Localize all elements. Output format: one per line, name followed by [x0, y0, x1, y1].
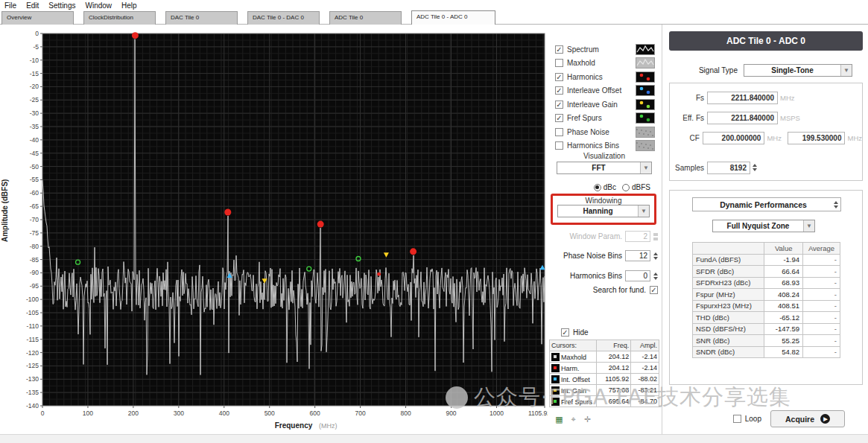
perf-cell: 66.64	[764, 266, 803, 278]
search-for-fund-row: Search for fund. ✓	[548, 286, 658, 294]
x-tick-label: 1105.92	[528, 409, 548, 417]
spectrum-legend-icon	[636, 44, 655, 55]
interleave-gain-checkbox[interactable]: ✓	[555, 101, 563, 109]
harmonics-checkbox[interactable]: ✓	[555, 73, 563, 81]
search-for-fund-checkbox[interactable]: ✓	[650, 286, 658, 294]
windowing-highlight-annotation: Windowing Hanning ▼	[551, 194, 656, 225]
perf-cell: FspurxH23 (MHz)	[693, 300, 764, 312]
y-tick-label: -135	[26, 389, 39, 396]
x-tick-label: 600	[310, 409, 320, 417]
phase-noise-bins-stepper[interactable]	[653, 252, 658, 260]
spectrum-checkbox[interactable]: ✓	[555, 45, 563, 54]
y-tick-label: -30	[30, 109, 39, 117]
unit-radio-group: dBc dBFS	[548, 183, 661, 191]
performances-selector-stepper[interactable]	[834, 201, 838, 208]
x-tick-label: 100	[83, 409, 93, 417]
chevron-down-icon: ▼	[638, 205, 649, 217]
perf-row-fspur-mhz-: Fspur (MHz)408.24-	[693, 289, 840, 301]
visualization-value: FFT	[557, 162, 640, 173]
tab-clockdistribution[interactable]: ClockDistribution	[83, 11, 156, 25]
menu-item-file[interactable]: File	[4, 1, 16, 10]
y-tick-label: -25	[30, 96, 39, 103]
nyquist-zone-select[interactable]: Full Nyquist Zone ▼	[712, 220, 815, 232]
chevron-down-icon: ▼	[840, 65, 852, 76]
tab-adc-tile-0[interactable]: ADC Tile 0	[329, 11, 402, 25]
tab-dac-tile-0-dac-0[interactable]: DAC Tile 0 - DAC 0	[247, 11, 320, 25]
tab-dac-tile-0[interactable]: DAC Tile 0	[165, 11, 238, 25]
signal-type-label: Signal Type	[699, 66, 738, 74]
y-tick-label: -100	[26, 296, 39, 303]
radio-unselected-icon	[622, 184, 630, 191]
trace-toggle-row: Phase Noise	[555, 125, 655, 139]
radio-dbc[interactable]: dBc	[594, 183, 616, 191]
window-param-input: 2	[625, 231, 650, 242]
performances-selector[interactable]: Dynamic Performances	[692, 197, 841, 211]
perf-row-sfdrxh23-dbc-: SFDRxH23 (dBc)68.93-	[693, 277, 840, 289]
perf-cell: THD (dBc)	[693, 312, 764, 324]
loop-label: Loop	[745, 415, 761, 423]
samples-stepper[interactable]	[753, 164, 757, 171]
tab-adc-tile-0-adc-0[interactable]: ADC Tile 0 - ADC 0	[411, 10, 495, 25]
fref-spurs-legend-icon	[636, 112, 655, 124]
acquire-button[interactable]: Acquire ▶	[770, 410, 845, 427]
perf-cell: -	[803, 266, 840, 278]
menu-item-settings[interactable]: Settings	[48, 1, 75, 10]
spectrum-plot-region: 010020030040050060070080090010001105.920…	[0, 25, 548, 434]
tab-overview[interactable]: Overview	[1, 11, 74, 25]
adc-panel-title: ADC Tile 0 - ADC 0	[669, 31, 863, 51]
eff-fs-label: Eff. Fs	[670, 114, 704, 122]
harmonics-bins-input[interactable]: 0	[625, 270, 650, 281]
y-axis-title: Amplitude (dBFS)	[1, 179, 9, 242]
spectrum-plot-canvas[interactable]: 010020030040050060070080090010001105.920…	[0, 25, 548, 434]
cursors-header: Ampl.	[631, 340, 659, 351]
eff-fs-input[interactable]: 2211.840000	[707, 112, 778, 124]
y-tick-label: -15	[30, 70, 39, 77]
x-tick-label: 400	[219, 409, 229, 417]
maxhold-checkbox[interactable]	[555, 59, 563, 67]
windowing-select[interactable]: Hanning ▼	[557, 205, 650, 217]
perf-cell: 55.25	[764, 335, 803, 347]
y-tick-label: -90	[30, 269, 39, 276]
menu-item-edit[interactable]: Edit	[26, 1, 39, 10]
cursor-cell: -88.02	[631, 374, 659, 385]
harmonics-bins-checkbox[interactable]	[555, 141, 563, 150]
loop-checkbox[interactable]	[733, 415, 741, 423]
cursor-cell: Maxhold	[550, 351, 597, 363]
x-tick-label: 900	[446, 409, 456, 417]
visualization-select[interactable]: FFT ▼	[557, 162, 652, 174]
pan-tool-icon[interactable]: ✛	[582, 414, 593, 424]
phase-noise-bins-input[interactable]: 12	[625, 250, 650, 261]
interleave-offset-checkbox[interactable]: ✓	[555, 86, 563, 95]
hide-checkbox[interactable]: ✓	[561, 328, 569, 337]
samples-input[interactable]: 8192	[707, 162, 750, 174]
window-param-row: Window Param. 2	[548, 231, 658, 242]
grid-tool-icon[interactable]: ▦	[554, 414, 565, 424]
main-content: 010020030040050060070080090010001105.920…	[0, 25, 868, 434]
fs-label: Fs	[670, 94, 704, 102]
phase-noise-checkbox[interactable]	[555, 128, 563, 136]
harmonics-bins-stepper[interactable]	[653, 273, 658, 280]
perf-row-snr-dbc-: SNR (dBc)55.25-	[693, 335, 840, 347]
perf-row-sfdr-dbc-: SFDR (dBc)66.64-	[693, 266, 840, 278]
perf-cell: SFDR (dBc)	[693, 266, 764, 278]
window-param-stepper	[653, 233, 658, 240]
signal-type-select[interactable]: Single-Tone ▼	[744, 64, 852, 77]
fref-spurs-checkbox[interactable]: ✓	[555, 114, 563, 122]
menu-item-help[interactable]: Help	[121, 1, 137, 10]
menu-item-window[interactable]: Window	[86, 1, 113, 10]
y-tick-label: -40	[30, 136, 39, 144]
radio-dbfs[interactable]: dBFS	[622, 183, 650, 191]
radio-selected-icon	[594, 184, 601, 191]
checkbox-label: Maxhold	[567, 59, 595, 67]
cursor-cell: 204.12	[597, 363, 631, 374]
checkbox-label: Fref Spurs	[567, 114, 602, 122]
cursors-header: Cursors:	[550, 340, 597, 351]
fs-input[interactable]: 2211.840000	[707, 92, 778, 104]
zoom-tool-icon[interactable]: ⌖	[568, 414, 579, 424]
perf-header: Value	[764, 243, 803, 255]
harmonic-minor-marker	[377, 273, 381, 276]
y-tick-label: -35	[30, 123, 39, 130]
cf-input[interactable]: 200.000000	[703, 132, 765, 144]
acquire-row: Loop Acquire ▶	[662, 410, 863, 427]
x-tick-label: 300	[174, 409, 184, 417]
